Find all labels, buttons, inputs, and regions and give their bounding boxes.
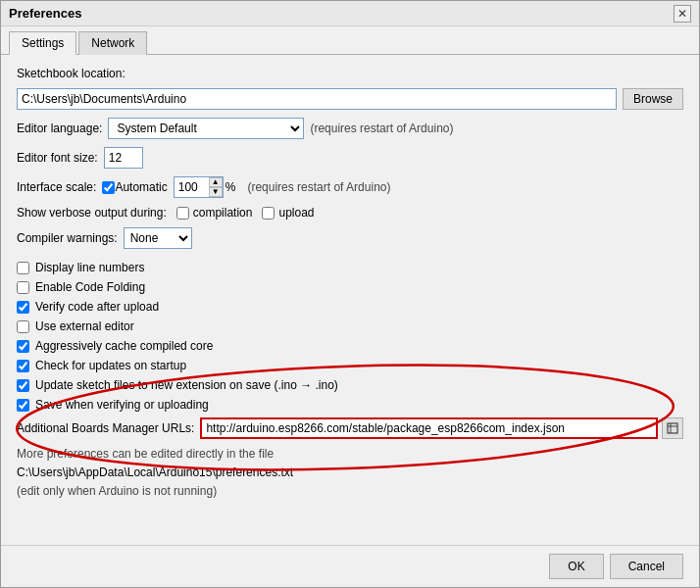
- interface-scale-row: Interface scale: Automatic ▲ ▼ % (requir…: [17, 176, 683, 198]
- prefs-path: C:\Users\jb\AppData\Local\Arduino15\pref…: [17, 466, 293, 479]
- checkbox-label-3: Use external editor: [35, 319, 134, 333]
- close-button[interactable]: ✕: [674, 5, 691, 23]
- checkbox-label-2: Verify code after upload: [35, 300, 159, 314]
- tab-settings[interactable]: Settings: [9, 31, 76, 55]
- checkbox-cache-core[interactable]: [17, 340, 29, 353]
- checkbox-row-6: Update sketch files to new extension on …: [17, 378, 683, 392]
- checkbox-row-2: Verify code after upload: [17, 300, 683, 314]
- auto-label: Automatic: [115, 180, 167, 194]
- checkbox-verify-code[interactable]: [17, 301, 29, 314]
- title-bar: Preferences ✕: [1, 1, 699, 26]
- auto-checkbox[interactable]: [102, 181, 115, 194]
- editor-font-size-label: Editor font size:: [17, 151, 98, 165]
- prefs-note-line2: (edit only when Arduino is not running): [17, 484, 217, 498]
- open-list-icon: [667, 422, 678, 434]
- verbose-label: Show verbose output during:: [17, 206, 167, 220]
- scale-input[interactable]: [175, 177, 209, 197]
- boards-manager-label: Additional Boards Manager URLs:: [17, 421, 194, 435]
- boards-manager-icon-btn[interactable]: [662, 417, 683, 439]
- interface-scale-label: Interface scale:: [17, 180, 96, 194]
- checkbox-check-updates[interactable]: [17, 360, 29, 372]
- checkbox-display-line-numbers[interactable]: [17, 262, 29, 274]
- checkbox-row-7: Save when verifying or uploading: [17, 398, 683, 412]
- checkbox-row-4: Aggressively cache compiled core: [17, 339, 683, 353]
- sketchbook-row: Sketchbook location:: [17, 67, 683, 80]
- editor-language-label: Editor language:: [17, 122, 102, 135]
- editor-language-select[interactable]: System Default: [108, 118, 304, 139]
- spinner-up[interactable]: ▲: [209, 177, 223, 187]
- editor-language-row: Editor language: System Default (require…: [17, 118, 683, 139]
- scale-spinner: ▲ ▼: [174, 176, 224, 198]
- prefs-note-line1: More preferences can be edited directly …: [17, 447, 274, 461]
- scale-note: (requires restart of Arduino): [247, 180, 390, 194]
- spinner-buttons: ▲ ▼: [209, 177, 223, 197]
- checkbox-label-6: Update sketch files to new extension on …: [35, 378, 338, 392]
- settings-panel: Sketchbook location: Browse Editor langu…: [1, 55, 699, 545]
- compilation-checkbox[interactable]: [176, 207, 189, 220]
- verbose-row: Show verbose output during: compilation …: [17, 206, 683, 220]
- checkbox-label-0: Display line numbers: [35, 261, 144, 274]
- checkbox-label-5: Check for updates on startup: [35, 359, 186, 372]
- checkbox-row-0: Display line numbers: [17, 261, 683, 274]
- upload-checkbox[interactable]: [262, 207, 275, 220]
- checkbox-label-7: Save when verifying or uploading: [35, 398, 209, 412]
- checkbox-update-sketch[interactable]: [17, 379, 29, 392]
- checkbox-row-5: Check for updates on startup: [17, 359, 683, 372]
- sketchbook-label: Sketchbook location:: [17, 67, 125, 80]
- cancel-button[interactable]: Cancel: [610, 554, 683, 579]
- boards-manager-input[interactable]: [200, 417, 658, 439]
- editor-font-size-row: Editor font size:: [17, 147, 683, 169]
- checkbox-row-1: Enable Code Folding: [17, 280, 683, 294]
- spinner-down[interactable]: ▼: [209, 187, 223, 197]
- sketchbook-input-row: Browse: [17, 88, 683, 110]
- dialog-title: Preferences: [9, 6, 81, 21]
- preferences-dialog: Preferences ✕ Settings Network Sketchboo…: [0, 0, 700, 588]
- checkbox-external-editor[interactable]: [17, 320, 29, 333]
- ok-button[interactable]: OK: [549, 554, 603, 579]
- boards-input-wrapper: [200, 417, 658, 439]
- compilation-label: compilation: [193, 206, 253, 220]
- prefs-info: More preferences can be edited directly …: [17, 445, 683, 502]
- checkbox-save-when-verifying[interactable]: [17, 399, 29, 412]
- upload-label: upload: [278, 206, 314, 220]
- editor-font-size-input[interactable]: [104, 147, 143, 169]
- checkbox-label-4: Aggressively cache compiled core: [35, 339, 213, 353]
- checkbox-row-3: Use external editor: [17, 319, 683, 333]
- boards-manager-row: Additional Boards Manager URLs:: [17, 417, 683, 439]
- sketchbook-input[interactable]: [17, 88, 617, 110]
- tab-strip: Settings Network: [1, 26, 699, 55]
- footer: OK Cancel: [1, 545, 699, 587]
- checkbox-label-1: Enable Code Folding: [35, 280, 145, 294]
- svg-rect-1: [668, 423, 677, 433]
- compiler-warnings-row: Compiler warnings: None: [17, 227, 683, 249]
- checkboxes-group: Display line numbers Enable Code Folding…: [17, 261, 683, 412]
- checkbox-enable-code-folding[interactable]: [17, 281, 29, 294]
- compiler-warnings-label: Compiler warnings:: [17, 231, 118, 245]
- browse-button[interactable]: Browse: [623, 88, 683, 110]
- compiler-warnings-select[interactable]: None: [124, 227, 192, 249]
- scale-unit: %: [225, 180, 236, 194]
- tab-network[interactable]: Network: [78, 31, 147, 55]
- editor-language-note: (requires restart of Arduino): [310, 122, 453, 135]
